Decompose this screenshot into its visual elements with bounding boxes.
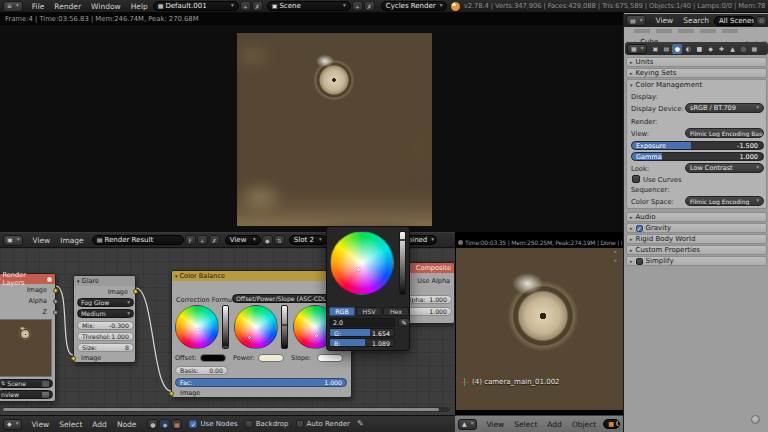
tab-scene-icon[interactable]: ●: [672, 44, 682, 54]
panel-expand-icon[interactable]: ▸: [614, 249, 617, 254]
image-editor-canvas[interactable]: [0, 25, 623, 232]
display-device-value: sRGB / BT.709: [690, 104, 736, 112]
search-icon[interactable]: ⊙: [756, 16, 767, 26]
grease-pencil-icon[interactable]: ✎: [357, 420, 364, 428]
tree-type-material-icon[interactable]: ●: [147, 419, 158, 429]
fake-user-button[interactable]: F: [185, 235, 196, 245]
eyedropper-icon[interactable]: ✎: [398, 318, 410, 327]
camera-name-label: (4) camera_main_01.002: [472, 378, 560, 386]
image-datablock-field[interactable]: ▤Render Result: [92, 235, 184, 245]
scene-name: Scene: [279, 2, 300, 10]
chevron-down-icon: ▾: [341, 3, 346, 9]
tab-object-icon[interactable]: ■: [694, 44, 704, 54]
editor-type-dropdown-info[interactable]: ≡▾: [3, 1, 23, 12]
tab-world-icon[interactable]: ◐: [683, 44, 693, 54]
panel-custom-properties[interactable]: ▸Custom Properties: [626, 245, 767, 255]
simplify-checkbox[interactable]: [636, 258, 643, 265]
render-engine-dropdown[interactable]: Cycles Render▾: [381, 1, 447, 11]
panel-audio[interactable]: ▸Audio: [626, 212, 767, 222]
tab-modifiers-icon[interactable]: ✚: [716, 44, 726, 54]
menu-add[interactable]: Add: [92, 420, 107, 429]
delete-scene-button[interactable]: ✗: [364, 1, 375, 11]
view-transform-dropdown[interactable]: Filmic Log Encoding Base▾: [685, 128, 764, 138]
tab-hex[interactable]: Hex: [383, 307, 409, 316]
tree-type-compositing-icon[interactable]: ◆: [159, 419, 170, 429]
screen-layout-dropdown[interactable]: ▦Default.001▾: [153, 1, 239, 11]
green-value-slider[interactable]: G: 1.654: [329, 328, 395, 337]
menu-search[interactable]: Search: [683, 16, 709, 25]
menu-window[interactable]: Window: [91, 2, 121, 11]
unlink-image-button[interactable]: ✗: [209, 235, 220, 245]
tab-material-icon[interactable]: ◎: [738, 44, 748, 54]
editor-type-dropdown-viewport[interactable]: ▲▾: [458, 419, 477, 430]
red-value-input[interactable]: 2.0: [329, 318, 395, 327]
panel-keying-sets[interactable]: ▸Keying Sets: [626, 68, 767, 78]
outliner-row-truncated[interactable]: [634, 29, 739, 33]
use-nodes-checkbox[interactable]: ✓: [189, 420, 197, 428]
menu-add[interactable]: Add: [547, 420, 562, 429]
tab-hsv[interactable]: HSV: [356, 307, 382, 316]
tab-texture-icon[interactable]: ▦: [749, 44, 759, 54]
add-layout-button[interactable]: +: [240, 1, 251, 11]
scene-dropdown[interactable]: ▣Scene▾: [267, 1, 351, 11]
slot-dropdown[interactable]: Slot 2▾: [289, 235, 327, 245]
editor-type-dropdown-outliner[interactable]: ▤▾: [626, 15, 646, 26]
add-scene-button[interactable]: +: [352, 1, 363, 11]
display-heading: Display:: [631, 93, 658, 101]
display-device-label: Display Device:: [631, 105, 684, 113]
menu-select[interactable]: Select: [514, 420, 537, 429]
auto-render-checkbox[interactable]: [296, 420, 304, 428]
panel-expand-icon-2[interactable]: ▸: [614, 258, 617, 263]
menu-node[interactable]: Node: [117, 420, 137, 429]
panel-label: Audio: [636, 213, 656, 221]
menu-view[interactable]: View: [32, 236, 50, 245]
exposure-slider[interactable]: Exposure -1.500: [631, 141, 764, 150]
mode-dropdown[interactable]: ■Object Mode▾: [603, 419, 620, 429]
editor-type-dropdown-node[interactable]: ◆▾: [3, 419, 22, 430]
editor-type-dropdown-image[interactable]: ▣▾: [3, 235, 23, 246]
tab-render-icon[interactable]: ▣: [650, 44, 660, 54]
menu-object[interactable]: Object: [572, 420, 596, 429]
tab-render-layers-icon[interactable]: ▤: [661, 44, 671, 54]
corner-resize-widget[interactable]: [751, 415, 760, 424]
new-image-button[interactable]: +: [197, 235, 208, 245]
outliner-header: ▤▾ View Search All Scenes▾ ⊙: [624, 14, 768, 27]
tree-type-texture-icon[interactable]: ▦: [171, 419, 182, 429]
use-curves-checkbox[interactable]: [632, 175, 640, 183]
gamma-slider[interactable]: Gamma 1.000: [631, 152, 764, 161]
color-space-dropdown[interactable]: Filmic Log Encoding▾: [685, 196, 764, 206]
gravity-checkbox[interactable]: ✓: [636, 225, 643, 232]
slider-handle[interactable]: [400, 239, 405, 241]
menu-view[interactable]: View: [655, 16, 673, 25]
look-dropdown[interactable]: Low Contrast▾: [685, 163, 764, 173]
menu-render[interactable]: Render: [54, 2, 81, 11]
tab-data-icon[interactable]: ▲: [727, 44, 737, 54]
menu-select[interactable]: Select: [59, 420, 82, 429]
panel-simplify[interactable]: ▸Simplify: [626, 256, 767, 266]
panel-rigid-body-world[interactable]: ▸Rigid Body World: [626, 234, 767, 244]
tab-constraints-icon[interactable]: ◆: [705, 44, 715, 54]
viewport-3d[interactable]: Time:00:03.35 | Mem:250.25M, Peak:274.19…: [455, 232, 623, 415]
display-device-dropdown[interactable]: sRGB / BT.709▾: [685, 103, 764, 113]
picker-value-slider[interactable]: [399, 231, 406, 295]
menu-view[interactable]: View: [31, 420, 49, 429]
chevron-down-icon: ▾: [754, 198, 759, 204]
pin-icon[interactable]: ◆: [262, 235, 273, 245]
view-mode-dropdown[interactable]: View▾: [225, 235, 261, 245]
update-icon[interactable]: ⇅: [274, 235, 285, 245]
menu-image[interactable]: Image: [60, 236, 84, 245]
menu-view[interactable]: View: [486, 420, 504, 429]
panel-units[interactable]: ▸Units: [626, 57, 767, 67]
tab-rgb[interactable]: RGB: [329, 307, 355, 316]
blue-value-slider[interactable]: B: 1.089: [329, 338, 395, 347]
delete-layout-button[interactable]: ✗: [252, 1, 263, 11]
picker-color-wheel[interactable]: [330, 231, 394, 295]
panel-label: Keying Sets: [636, 69, 677, 77]
outliner-scope-dropdown[interactable]: All Scenes▾: [714, 16, 755, 26]
backdrop-checkbox[interactable]: [245, 420, 253, 428]
menu-file[interactable]: File: [32, 2, 45, 11]
panel-gravity[interactable]: ▸✓Gravity: [626, 223, 767, 233]
panel-color-management-header[interactable]: ▾ Color Management: [627, 80, 766, 90]
editor-type-dropdown-properties[interactable]: ▦▾: [627, 44, 647, 54]
menu-help[interactable]: Help: [131, 2, 148, 11]
